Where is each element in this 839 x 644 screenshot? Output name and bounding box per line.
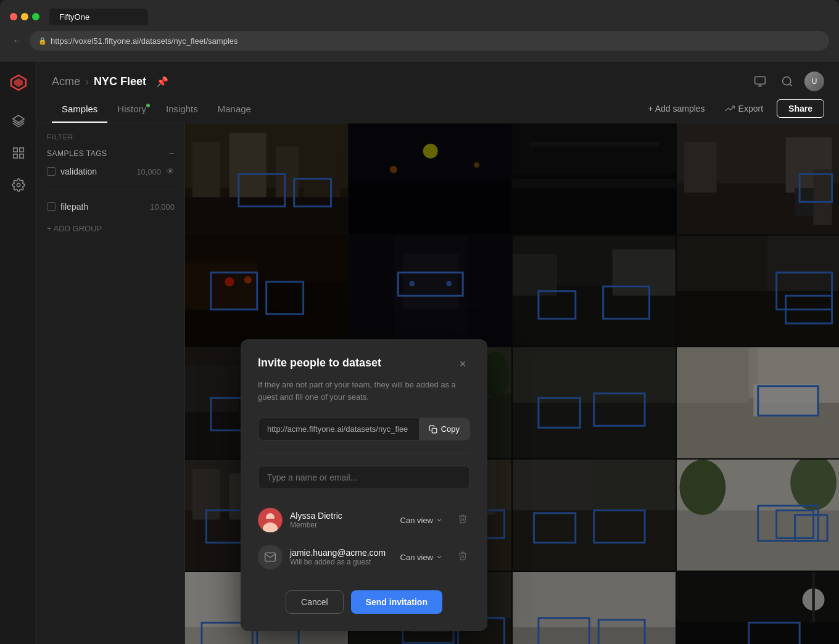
invite-email-input[interactable] — [258, 466, 470, 489]
invitee-row-alyssa: Alyssa Dietric Member Can view — [258, 502, 470, 539]
search-icon[interactable] — [777, 72, 797, 91]
monitor-icon[interactable] — [750, 72, 770, 91]
filter-checkbox-validation[interactable] — [47, 167, 56, 176]
filter-group-tags: SAMPLES TAGS − validation 10,000 👁 — [47, 148, 175, 179]
back-button[interactable]: ← — [10, 33, 25, 48]
svg-rect-5 — [13, 154, 17, 158]
divider — [258, 453, 470, 453]
permission-select-jamie[interactable]: Can view — [395, 550, 448, 564]
tab-insights[interactable]: Insights — [156, 99, 208, 123]
share-link-row: http://acme.fiftyone.ai/datasets/nyc_fle… — [258, 418, 470, 440]
filter-filepath-count: 10,000 — [150, 202, 175, 212]
cancel-button[interactable]: Cancel — [286, 590, 344, 614]
pin-icon[interactable]: 📌 — [156, 76, 168, 88]
svg-rect-6 — [19, 154, 23, 158]
invitee-avatar-alyssa — [258, 508, 283, 532]
history-dot — [146, 104, 150, 107]
traffic-lights — [10, 13, 39, 20]
empty-tab-2 — [227, 7, 301, 26]
sidebar-icon-grid[interactable] — [9, 143, 28, 163]
filter-item-filepath: filepath 10,000 — [47, 199, 175, 214]
address-bar[interactable]: 🔒 https://voxel51.fiftyone.ai/datasets/n… — [30, 31, 829, 51]
export-button[interactable]: Export — [719, 100, 769, 117]
nav-tabs: Samples History Insights Manage — [52, 99, 261, 123]
svg-line-10 — [790, 84, 792, 86]
sidebar-icon-settings[interactable] — [9, 175, 28, 195]
maximize-traffic-light[interactable] — [32, 13, 39, 20]
filter-label: FILTER — [47, 133, 175, 141]
filter-item-count: 10,000 — [136, 167, 161, 176]
svg-point-9 — [783, 77, 791, 85]
invite-modal: Invite people to dataset × If they are n… — [241, 339, 487, 631]
url-text: https://voxel51.fiftyone.ai/datasets/nyc… — [51, 36, 238, 46]
delete-invitee-alyssa[interactable] — [455, 511, 470, 529]
invitee-info-alyssa: Alyssa Dietric Member — [290, 511, 388, 529]
filter-panel: FILTER SAMPLES TAGS − validation 10,000 … — [37, 123, 185, 644]
tab-manage[interactable]: Manage — [208, 99, 261, 123]
app-logo[interactable] — [7, 72, 30, 94]
filter-filepath-label: filepath — [60, 202, 88, 212]
modal-close-button[interactable]: × — [455, 357, 470, 371]
filter-item-validation: validation 10,000 👁 — [47, 164, 175, 179]
send-invitation-button[interactable]: Send invitation — [351, 590, 442, 614]
svg-rect-8 — [755, 77, 766, 85]
lock-icon: 🔒 — [38, 37, 47, 45]
active-tab[interactable]: FiftyOne — [49, 9, 148, 25]
add-samples-button[interactable]: + Add samples — [642, 100, 711, 117]
add-group-button[interactable]: + ADD GROUP — [47, 224, 175, 233]
share-button[interactable]: Share — [777, 99, 824, 118]
filter-checkbox-filepath[interactable] — [47, 202, 56, 211]
svg-point-7 — [17, 183, 20, 187]
permission-select-alyssa[interactable]: Can view — [395, 513, 448, 527]
share-link-text: http://acme.fiftyone.ai/datasets/nyc_fle… — [258, 418, 419, 440]
page-header: Acme › NYC Fleet 📌 — [37, 62, 839, 123]
eye-icon[interactable]: 👁 — [166, 167, 175, 176]
svg-rect-4 — [19, 148, 23, 152]
copy-link-button[interactable]: Copy — [419, 418, 469, 440]
modal-footer: Cancel Send invitation — [258, 590, 470, 614]
tab-history[interactable]: History — [107, 99, 156, 123]
invitee-info-jamie: jamie.huang@acme.com Will be added as a … — [290, 548, 388, 566]
tab-samples[interactable]: Samples — [52, 99, 107, 123]
svg-rect-3 — [13, 148, 17, 152]
filter-group-label: SAMPLES TAGS — [47, 149, 107, 158]
close-traffic-light[interactable] — [10, 13, 17, 20]
invitee-row-jamie: jamie.huang@acme.com Will be added as a … — [258, 539, 470, 576]
breadcrumb: Acme › NYC Fleet 📌 — [52, 75, 168, 88]
modal-subtitle: If they are not part of your team, they … — [258, 379, 470, 403]
sidebar-icon-layers[interactable] — [9, 111, 28, 131]
collapse-icon[interactable]: − — [168, 148, 175, 159]
svg-marker-1 — [14, 78, 23, 87]
modal-title: Invite people to dataset — [258, 357, 381, 369]
svg-rect-179 — [432, 428, 437, 433]
avatar[interactable]: U — [804, 72, 824, 91]
filter-item-label: validation — [60, 167, 97, 176]
minimize-traffic-light[interactable] — [21, 13, 28, 20]
invitee-list: Alyssa Dietric Member Can view — [258, 502, 470, 576]
empty-tab-1 — [151, 7, 225, 26]
sidebar — [0, 62, 37, 644]
delete-invitee-jamie[interactable] — [455, 548, 470, 566]
invitee-avatar-jamie — [258, 545, 283, 569]
